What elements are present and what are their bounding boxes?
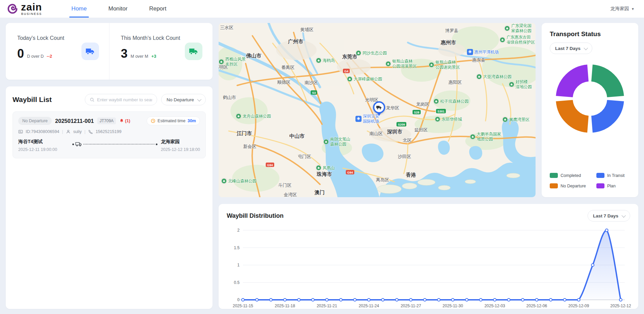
- data-point: [368, 298, 370, 301]
- data-point: [298, 298, 300, 301]
- stat-value: 0: [17, 47, 24, 61]
- waybill-id: ID:794308006594: [26, 129, 59, 134]
- waybill-search[interactable]: [85, 94, 157, 105]
- truck-icon: [81, 43, 99, 60]
- tree-icon: ▲: [316, 58, 321, 63]
- road-number-badge: S301: [436, 109, 446, 113]
- tree-icon: ▲: [386, 61, 391, 67]
- vehicle-map-marker[interactable]: [373, 101, 385, 118]
- tree-icon: ▲: [434, 99, 439, 104]
- search-input[interactable]: [97, 97, 152, 102]
- tab-home[interactable]: Home: [66, 0, 92, 18]
- donut-segment-no-departure: [564, 101, 588, 124]
- data-point: [563, 298, 566, 301]
- map-park-label: ▲大亚湾森林公园: [476, 74, 512, 79]
- map-label-city: 澳门: [315, 189, 325, 196]
- map-label-city: 香港: [406, 172, 416, 178]
- x-axis-tick: 2025-11-15: [233, 304, 253, 308]
- stat-delta: +3: [151, 54, 156, 59]
- eta-value: 30m: [188, 119, 196, 123]
- tree-icon: ▲: [356, 50, 361, 56]
- map-park-label: ▲松子坑森林公园: [434, 99, 469, 104]
- map-label-city: 惠州市: [441, 40, 456, 46]
- stat-delta: --2: [47, 54, 52, 59]
- stat-title: Today's Lock Count: [17, 35, 64, 41]
- airplane-icon: ✈: [467, 49, 473, 55]
- waybill-list-title: Waybill List: [13, 96, 81, 104]
- map-label-district: 鹤山市: [223, 95, 236, 101]
- map-park-label: ▲银瓶山森林公园谢岗景区: [429, 60, 460, 70]
- data-point: [410, 298, 412, 301]
- map-label-district: 金湾区: [284, 192, 297, 197]
- alert-count: (1): [125, 119, 130, 123]
- transport-status-donut-chart: [551, 60, 628, 137]
- donut-segment-in-transit: [592, 101, 616, 124]
- driver-name: suliy: [73, 129, 82, 134]
- chevron-down-icon: ▼: [631, 7, 635, 11]
- data-point: [591, 264, 594, 266]
- legend-item-no-departure: No Departure: [550, 183, 596, 188]
- estimated-time-badge: Estimated time 30m: [147, 116, 200, 125]
- map-park-label: ▲广东梁化国家森林公园: [504, 23, 531, 33]
- data-point: [283, 298, 286, 301]
- account-menu[interactable]: 龙海家园 ▼: [610, 6, 635, 12]
- tree-icon: ▲: [435, 116, 440, 122]
- map-label-city: 佛山市: [246, 53, 262, 59]
- phone-icon: [88, 129, 93, 134]
- map-label-district: 离岛区: [376, 177, 389, 183]
- x-axis-tick: 2025-12-06: [526, 304, 547, 308]
- origin-time: 2025-12-11 19:00:00: [18, 147, 69, 152]
- eta-label: Estimated time: [157, 119, 185, 123]
- truck-icon: [376, 105, 382, 110]
- x-axis-tick: 2025-11-21: [317, 304, 337, 308]
- map-label-city: 广州市: [288, 38, 303, 45]
- map-park-label: ▲翼鹰湾景区: [502, 117, 529, 122]
- data-point: [395, 298, 398, 301]
- data-point: [521, 298, 524, 301]
- account-name: 龙海家园: [610, 6, 629, 12]
- data-point: [423, 298, 426, 301]
- tree-icon: ▲: [316, 165, 321, 171]
- map-airport-label: ✈惠州平潭机场: [467, 49, 499, 55]
- alert-bell-icon: [119, 119, 124, 123]
- tab-report[interactable]: Report: [144, 0, 172, 18]
- data-point: [312, 298, 314, 301]
- donut-legend: CompletedIn TransitNo DeparturePlan: [550, 173, 630, 188]
- zain-swirl-icon: [6, 2, 19, 15]
- data-point: [619, 298, 622, 301]
- app-logo: zain BUSINESS: [6, 2, 42, 16]
- tab-monitor[interactable]: Monitor: [103, 0, 133, 18]
- data-point: [466, 298, 468, 301]
- data-point: [479, 298, 482, 301]
- data-point: [381, 298, 384, 301]
- month-lock-count: This Month's Lock Count 3 M over M +3: [109, 23, 213, 80]
- tree-icon: ▲: [221, 178, 227, 184]
- map-park-label: ▲银瓶山森林公园清溪景区: [386, 59, 417, 69]
- map-label-district: 番禺区: [281, 64, 295, 71]
- map-view[interactable]: 广州市佛山市东莞市惠州市深圳市中山市江门市珠海市香港澳门三水区黄埔区博罗县惠东县…: [219, 23, 536, 197]
- data-point: [325, 298, 328, 301]
- distribution-range-dropdown[interactable]: Last 7 Days: [588, 210, 630, 221]
- map-park-label: ▲海鸥岛: [316, 58, 335, 63]
- transport-range-dropdown[interactable]: Last 7 Days: [550, 43, 592, 54]
- tree-icon: ▲: [219, 59, 224, 64]
- departure-filter-dropdown[interactable]: No Departure: [161, 94, 206, 105]
- map-label-city: 珠海市: [317, 171, 332, 178]
- map-park-label: ▲同沙生态公园: [356, 50, 387, 56]
- road-number-badge: S3: [311, 90, 317, 95]
- map-park-label: ▲东部华侨城: [435, 116, 462, 122]
- road-number-badge: G94: [266, 163, 274, 167]
- logo-text: zain: [21, 2, 42, 12]
- map-label-district: 惠东县: [472, 57, 486, 63]
- stat-compare-label: M over M: [131, 54, 148, 59]
- map-label-district: 龙岗区: [416, 101, 429, 107]
- map-label-district: 龙华区: [386, 105, 399, 111]
- legend-item-in-transit: In Transit: [596, 173, 630, 178]
- map-park-label: ▲大屏嶂森林公园: [347, 76, 382, 82]
- map-park-label: ▲凤凰山: [316, 165, 335, 171]
- waybill-card[interactable]: No Departure 202501211-001 JT709A (1) Es…: [13, 111, 206, 158]
- data-point: [577, 298, 580, 301]
- tree-icon: ▲: [236, 113, 241, 119]
- today-lock-count: Today's Lock Count 0 D over D --2: [6, 23, 109, 80]
- chevron-down-icon: [622, 213, 626, 217]
